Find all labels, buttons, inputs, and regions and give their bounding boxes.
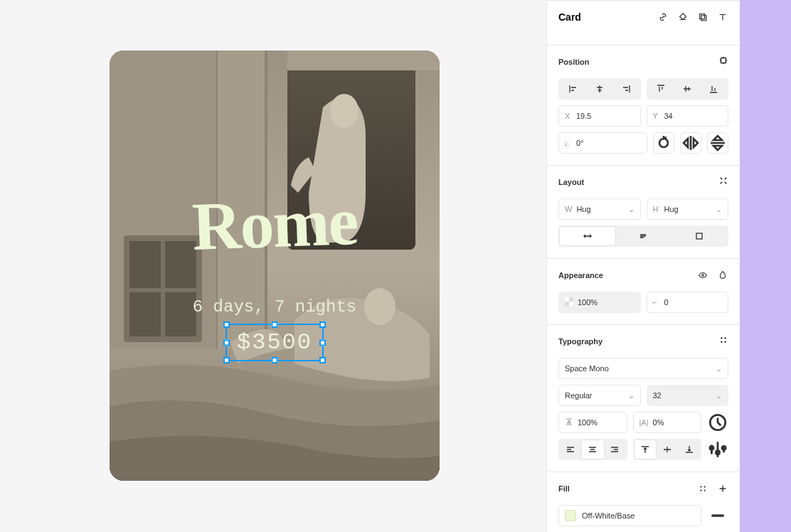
align-center-v-button[interactable] [674, 80, 701, 98]
svg-point-29 [722, 446, 726, 449]
font-size-input[interactable]: 32⌄ [647, 385, 729, 406]
svg-point-31 [704, 486, 705, 487]
resize-handle[interactable] [223, 339, 230, 346]
svg-point-18 [702, 275, 704, 277]
inspector-panel: Card Position [546, 0, 740, 532]
card-subtitle[interactable]: 6 days, 7 nights [193, 297, 356, 316]
effects-icon[interactable] [697, 11, 708, 23]
card-header-section: Card [547, 1, 740, 46]
text-align-bottom-button[interactable] [678, 440, 700, 459]
section-label: Position [558, 58, 589, 66]
fill-icon[interactable] [677, 11, 689, 23]
height-input[interactable]: HHug⌄ [647, 198, 729, 220]
chevron-down-icon: ⌄ [716, 391, 722, 400]
variable-font-button[interactable] [707, 412, 728, 433]
svg-rect-17 [696, 233, 702, 239]
svg-point-23 [724, 337, 726, 339]
svg-point-22 [721, 337, 722, 339]
font-family-select[interactable]: Space Mono⌄ [558, 358, 728, 379]
add-fill-icon[interactable] [717, 483, 728, 494]
x-input[interactable]: X19.5 [558, 105, 641, 127]
right-rail [740, 0, 791, 532]
text-align-center-button[interactable] [582, 440, 604, 459]
line-height-input[interactable]: 100% [558, 412, 627, 433]
resize-handle[interactable] [319, 321, 326, 328]
text-align-middle-button[interactable] [656, 440, 678, 459]
chevron-down-icon: ⌄ [716, 364, 722, 373]
text-icon[interactable] [717, 11, 728, 23]
position-section: Position X19.5 Y34 ⟀0° [547, 46, 740, 166]
fill-styles-icon[interactable] [697, 483, 708, 494]
fill-swatch [565, 510, 576, 521]
remove-fill-button[interactable] [707, 505, 728, 526]
text-align-right-button[interactable] [604, 440, 626, 459]
svg-rect-20 [565, 297, 569, 302]
svg-rect-14 [700, 14, 705, 19]
align-to-target-icon[interactable] [718, 55, 728, 68]
svg-point-33 [704, 489, 705, 491]
link-icon[interactable] [657, 11, 669, 23]
appearance-section: Appearance 100% ⌐0 [547, 259, 740, 325]
svg-point-24 [721, 341, 722, 342]
line-height-icon [565, 417, 573, 427]
chevron-down-icon: ⌄ [628, 391, 635, 400]
visibility-icon[interactable] [697, 270, 708, 281]
chevron-down-icon: ⌄ [628, 205, 635, 214]
letter-spacing-input[interactable]: |A|0% [633, 412, 702, 433]
letter-spacing-icon: |A| [639, 418, 649, 427]
rotate-90-button[interactable] [653, 132, 674, 154]
align-left-button[interactable] [560, 80, 586, 98]
typography-section: Typography Space Mono⌄ Regular⌄ 32⌄ 100%… [547, 325, 740, 472]
canvas[interactable]: Rome 6 days, 7 nights $3500 [0, 0, 546, 532]
selected-text-frame[interactable]: $3500 [231, 326, 318, 358]
card-price[interactable]: $3500 [231, 326, 318, 358]
auto-height-button[interactable] [615, 227, 671, 245]
section-label: Fill [558, 484, 570, 493]
text-align-left-button[interactable] [560, 440, 582, 459]
radius-icon: ⌐ [653, 298, 660, 307]
fixed-size-button[interactable] [671, 227, 727, 245]
layout-section: Layout WHug⌄ HHug⌄ [547, 166, 740, 259]
flip-v-button[interactable] [707, 132, 728, 154]
rotation-input[interactable]: ⟀0° [558, 132, 647, 154]
angle-icon: ⟀ [565, 139, 572, 147]
fill-color-row[interactable]: Off-White/Base [558, 505, 701, 526]
align-center-h-button[interactable] [586, 80, 612, 98]
auto-width-button[interactable] [560, 227, 615, 245]
y-input[interactable]: Y34 [647, 105, 729, 127]
font-weight-select[interactable]: Regular⌄ [558, 385, 641, 406]
resize-handle[interactable] [319, 339, 326, 346]
fill-section: Fill Off-White/Base [547, 472, 740, 532]
svg-rect-15 [701, 16, 706, 21]
width-input[interactable]: WHug⌄ [558, 198, 641, 220]
horizontal-align-group [558, 78, 641, 100]
svg-rect-21 [569, 302, 573, 306]
collapse-icon[interactable] [718, 176, 728, 188]
type-settings-button[interactable] [707, 439, 728, 460]
svg-point-25 [724, 341, 726, 342]
flip-h-button[interactable] [680, 132, 701, 154]
opacity-input[interactable]: 100% [558, 292, 641, 313]
section-label: Appearance [558, 271, 603, 280]
resize-handle[interactable] [223, 321, 230, 328]
svg-rect-16 [721, 58, 726, 63]
svg-point-28 [716, 451, 719, 454]
align-bottom-button[interactable] [701, 80, 727, 98]
opacity-icon [565, 297, 573, 307]
align-top-button[interactable] [648, 80, 674, 98]
corner-radius-input[interactable]: ⌐0 [647, 292, 729, 313]
chevron-down-icon: ⌄ [716, 205, 722, 214]
blend-mode-icon[interactable] [717, 270, 728, 281]
text-align-top-button[interactable] [635, 440, 657, 459]
section-label: Layout [558, 178, 584, 186]
text-styles-icon[interactable] [718, 335, 728, 348]
svg-point-32 [700, 489, 701, 491]
svg-point-27 [710, 446, 713, 449]
vertical-align-group [647, 78, 729, 100]
travel-card[interactable]: Rome 6 days, 7 nights $3500 [110, 50, 440, 481]
align-right-button[interactable] [612, 80, 639, 98]
card-title[interactable]: Rome [191, 181, 359, 266]
section-label: Typography [558, 337, 602, 346]
svg-point-30 [700, 486, 701, 487]
text-align-h-group [558, 439, 627, 460]
